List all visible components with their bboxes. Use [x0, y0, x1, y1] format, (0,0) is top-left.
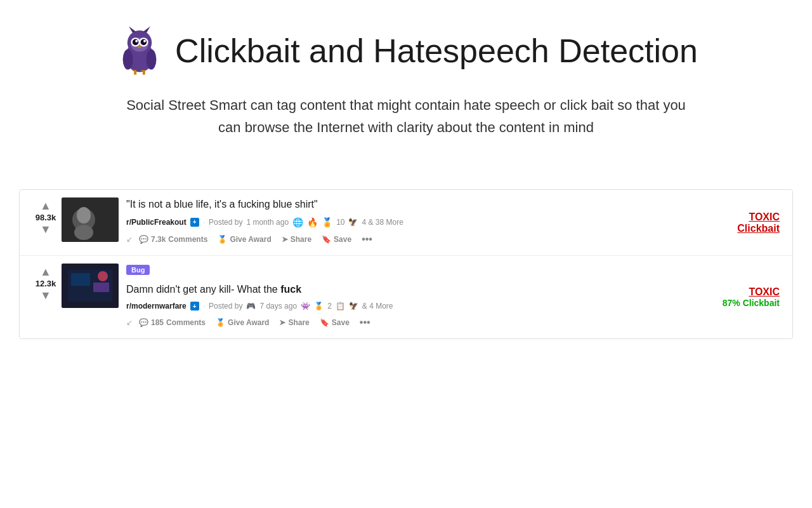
post-title-1: "It is not a blue life, it's a fucking b…: [126, 197, 782, 211]
upvote-button-2[interactable]: ▲: [40, 266, 51, 277]
plus-icon-2: +: [190, 302, 199, 311]
award-icon-1: 🏅: [218, 235, 227, 244]
comment-icon-1: 💬: [139, 235, 148, 244]
vote-column-2: ▲ 12.3k ▼: [30, 264, 62, 301]
vote-column-1: ▲ 98.3k ▼: [30, 197, 62, 235]
share-button-1[interactable]: ➤ Share: [278, 232, 315, 246]
share-button-2[interactable]: ➤ Share: [275, 316, 313, 330]
post-content-1: "It is not a blue life, it's a fucking b…: [126, 197, 782, 247]
app-logo: [114, 25, 165, 76]
award-btn-icon-2: 🏅: [216, 318, 225, 327]
app-description: Social Street Smart can tag content that…: [121, 94, 691, 138]
svg-point-20: [77, 207, 91, 224]
post-item-1: ▲ 98.3k ▼ "It is not a blue life, it's a…: [20, 190, 792, 255]
award-emoji-1b: 🔥: [307, 217, 318, 227]
svg-point-26: [98, 271, 108, 281]
comment-icon-2: 💬: [139, 318, 148, 327]
subreddit-2[interactable]: r/modernwarfare: [126, 302, 187, 311]
comments-button-2[interactable]: 💬 185 Comments: [135, 316, 209, 330]
award-count-2: 2: [327, 302, 332, 311]
header-top: Clickbait and Hatespeech Detection: [51, 25, 761, 76]
comments-count-1: 7.3k: [151, 235, 166, 244]
svg-point-10: [143, 40, 146, 43]
svg-marker-2: [129, 27, 136, 33]
vote-count-1: 98.3k: [36, 213, 56, 222]
toxic-label-1: TOXIC: [737, 211, 780, 223]
comments-label-2: Comments: [166, 318, 206, 327]
give-award-label-2: Give Award: [228, 318, 269, 327]
thumbnail-container-2: [62, 264, 119, 308]
save-icon-1: 🔖: [322, 235, 331, 244]
app-title: Clickbait and Hatespeech Detection: [175, 32, 698, 70]
svg-rect-15: [143, 70, 145, 74]
upvote-button-1[interactable]: ▲: [40, 200, 51, 211]
downvote-button-2[interactable]: ▼: [40, 290, 51, 301]
award-emoji-2a: 👾: [301, 302, 310, 311]
posted-by-label-2: Posted by: [209, 302, 242, 311]
clickbait-percent-label-2: 87% Clickbait: [723, 298, 780, 308]
svg-point-7: [133, 39, 139, 46]
toxic-label-2: TOXIC: [723, 286, 780, 298]
award-emoji-2c: 🦅: [349, 302, 358, 311]
share-icon-1: ➤: [282, 235, 288, 244]
thumbnail-container-1: [62, 197, 119, 242]
more-options-button-1[interactable]: •••: [358, 231, 376, 248]
post-meta-2: r/modernwarfare + · Posted by 🎮 7 days a…: [126, 302, 782, 311]
clickbait-label-1: Clickbait: [737, 223, 780, 234]
plus-icon-1: +: [190, 218, 199, 227]
svg-point-13: [146, 50, 156, 70]
comments-count-2: 185: [151, 318, 164, 327]
post-actions-2: ↙ 💬 185 Comments 🏅 Give Award ➤ Share 🔖 …: [126, 314, 782, 331]
give-award-label-1: Give Award: [230, 235, 271, 244]
save-icon-2: 🔖: [320, 318, 329, 327]
svg-point-21: [74, 225, 93, 240]
bold-word-2: fuck: [280, 284, 301, 295]
save-button-2[interactable]: 🔖 Save: [316, 316, 353, 330]
post-badge-2: Bug: [126, 265, 150, 275]
downvote-button-1[interactable]: ▼: [40, 224, 51, 235]
share-icon-2: ➤: [279, 318, 285, 327]
toxic-badge-2: TOXIC 87% Clickbait: [723, 286, 780, 308]
collapse-icon-1[interactable]: ↙: [126, 235, 133, 244]
svg-rect-14: [134, 70, 136, 74]
award-emoji-1c: 🏅: [322, 217, 332, 227]
vote-count-2: 12.3k: [36, 279, 56, 288]
post-actions-1: ↙ 💬 7.3k Comments 🏅 Give Award ➤ Share 🔖…: [126, 231, 782, 248]
award-emoji-2b: 🏅: [314, 302, 324, 311]
award-icon-sheet-2: 📋: [336, 302, 345, 311]
svg-point-9: [135, 40, 138, 43]
comments-label-1: Comments: [168, 235, 207, 244]
more-awards-label-2: & 4 More: [362, 302, 393, 311]
more-options-button-2[interactable]: •••: [356, 314, 374, 331]
save-label-1: Save: [334, 235, 351, 244]
svg-rect-24: [71, 273, 90, 286]
save-label-2: Save: [332, 318, 350, 327]
more-awards-label-1: 4 & 38 More: [362, 218, 403, 227]
svg-rect-25: [93, 283, 109, 292]
time-ago-1: 1 month ago: [246, 218, 289, 227]
platform-icon-2: 🎮: [246, 302, 256, 311]
share-label-2: Share: [288, 318, 309, 327]
collapse-icon-2[interactable]: ↙: [126, 318, 133, 327]
time-ago-2: 7 days ago: [259, 302, 297, 311]
post-content-2: Bug Damn didn't get any kill- What the f…: [126, 264, 782, 331]
header-section: Clickbait and Hatespeech Detection Socia…: [0, 0, 812, 177]
give-award-button-1[interactable]: 🏅 Give Award: [214, 232, 275, 246]
award-count-1: 10: [336, 218, 344, 227]
toxic-badge-1: TOXIC Clickbait: [737, 211, 780, 234]
share-label-1: Share: [291, 235, 311, 244]
svg-point-12: [123, 50, 133, 70]
give-award-button-2[interactable]: 🏅 Give Award: [212, 316, 273, 330]
svg-marker-3: [143, 27, 150, 33]
award-emoji-1a: 🌐: [292, 217, 303, 227]
more-awards-1: 🦅: [348, 218, 358, 227]
posts-container: ▲ 98.3k ▼ "It is not a blue life, it's a…: [19, 189, 793, 339]
posted-by-label-1: Posted by: [209, 218, 242, 227]
post-item-2: ▲ 12.3k ▼ Bug Damn didn't get any kill- …: [20, 256, 792, 338]
comments-button-1[interactable]: 💬 7.3k Comments: [135, 232, 211, 246]
subreddit-1[interactable]: r/PublicFreakout: [126, 218, 187, 227]
post-meta-1: r/PublicFreakout + · Posted by 1 month a…: [126, 217, 782, 227]
post-title-2: Damn didn't get any kill- What the fuck: [126, 283, 782, 297]
save-button-1[interactable]: 🔖 Save: [318, 232, 355, 246]
svg-point-8: [141, 39, 147, 46]
